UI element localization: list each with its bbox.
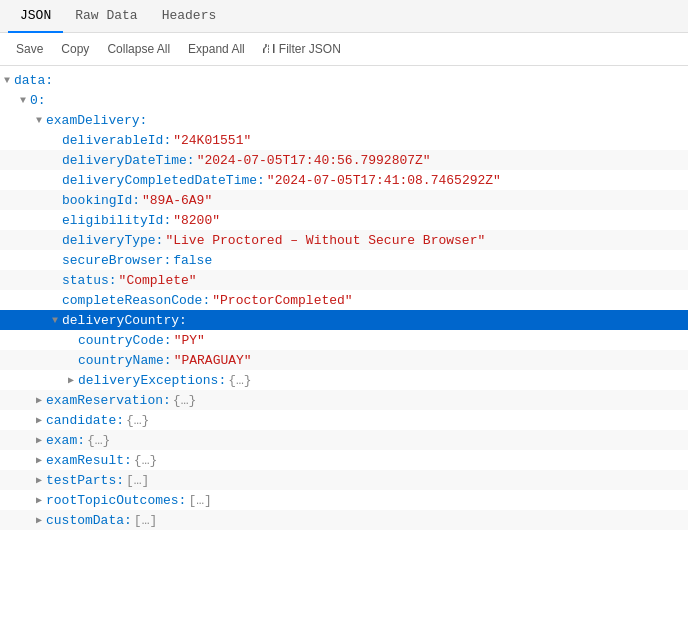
tree-key: secureBrowser: [62, 253, 171, 268]
tree-value: "Complete" [119, 273, 197, 288]
tree-row[interactable]: status: "Complete" [0, 270, 688, 290]
tree-key: bookingId: [62, 193, 140, 208]
tree-row[interactable]: deliveryType: "Live Proctored – Without … [0, 230, 688, 250]
tree-row[interactable]: ▶deliveryExceptions: {…} [0, 370, 688, 390]
tab-bar: JSON Raw Data Headers [0, 0, 688, 33]
save-button[interactable]: Save [8, 38, 51, 60]
tree-key: examResult: [46, 453, 132, 468]
tree-toggle[interactable]: ▼ [0, 75, 14, 86]
tree-toggle[interactable]: ▶ [32, 494, 46, 506]
tree-toggle[interactable]: ▶ [64, 374, 78, 386]
tree-row[interactable]: deliverableId: "24K01551" [0, 130, 688, 150]
tree-value: "8200" [173, 213, 220, 228]
tree-key: countryName: [78, 353, 172, 368]
tree-key: eligibilityId: [62, 213, 171, 228]
tree-value: "PARAGUAY" [174, 353, 252, 368]
tree-key: examReservation: [46, 393, 171, 408]
tree-key: examDelivery: [46, 113, 147, 128]
tree-row[interactable]: ▶rootTopicOutcomes: […] [0, 490, 688, 510]
tree-value: {…} [87, 433, 110, 448]
tree-value: "Live Proctored – Without Secure Browser… [165, 233, 485, 248]
tree-row[interactable]: ▶candidate: {…} [0, 410, 688, 430]
tree-key: exam: [46, 433, 85, 448]
tree-value: false [173, 253, 212, 268]
expand-all-button[interactable]: Expand All [180, 38, 253, 60]
tree-toggle[interactable]: ▼ [48, 315, 62, 326]
tree-value: {…} [126, 413, 149, 428]
tree-value: "PY" [174, 333, 205, 348]
tree-key: completeReasonCode: [62, 293, 210, 308]
tree-key: deliveryDateTime: [62, 153, 195, 168]
tree-key: rootTopicOutcomes: [46, 493, 186, 508]
tree-row[interactable]: ▼examDelivery: [0, 110, 688, 130]
tree-row[interactable]: completeReasonCode: "ProctorCompleted" [0, 290, 688, 310]
tree-toggle[interactable]: ▶ [32, 414, 46, 426]
tree-value: "ProctorCompleted" [212, 293, 352, 308]
copy-button[interactable]: Copy [53, 38, 97, 60]
tree-value: {…} [173, 393, 196, 408]
tree-row[interactable]: secureBrowser: false [0, 250, 688, 270]
tree-row[interactable]: bookingId: "89A-6A9" [0, 190, 688, 210]
tree-key: candidate: [46, 413, 124, 428]
tree-row[interactable]: deliveryDateTime: "2024-07-05T17:40:56.7… [0, 150, 688, 170]
tree-value: {…} [134, 453, 157, 468]
tree-row[interactable]: countryName: "PARAGUAY" [0, 350, 688, 370]
tree-key: data: [14, 73, 53, 88]
tree-key: deliveryExceptions: [78, 373, 226, 388]
tree-value: […] [188, 493, 211, 508]
tree-value: "24K01551" [173, 133, 251, 148]
tab-headers[interactable]: Headers [150, 0, 229, 33]
tree-toggle[interactable]: ▶ [32, 434, 46, 446]
tree-toggle[interactable]: ▶ [32, 454, 46, 466]
tree-value: {…} [228, 373, 251, 388]
collapse-all-button[interactable]: Collapse All [99, 38, 178, 60]
tree-value: […] [126, 473, 149, 488]
tree-key: deliveryCompletedDateTime: [62, 173, 265, 188]
tree-row[interactable]: eligibilityId: "8200" [0, 210, 688, 230]
filter-json-button[interactable]: ⛙ Filter JSON [255, 38, 349, 60]
tree-row[interactable]: ▶examResult: {…} [0, 450, 688, 470]
tab-raw-data[interactable]: Raw Data [63, 0, 149, 33]
tab-json[interactable]: JSON [8, 0, 63, 33]
filter-icon: ⛙ [263, 42, 275, 56]
tree-row[interactable]: ▼data: [0, 70, 688, 90]
filter-json-label: Filter JSON [279, 42, 341, 56]
tree-toggle[interactable]: ▼ [32, 115, 46, 126]
tree-key: testParts: [46, 473, 124, 488]
tree-row[interactable]: countryCode: "PY" [0, 330, 688, 350]
tree-toggle[interactable]: ▼ [16, 95, 30, 106]
tree-toggle[interactable]: ▶ [32, 514, 46, 526]
json-tree: ▼data:▼0:▼examDelivery:deliverableId: "2… [0, 66, 688, 622]
tree-key: countryCode: [78, 333, 172, 348]
tree-row[interactable]: deliveryCompletedDateTime: "2024-07-05T1… [0, 170, 688, 190]
toolbar: Save Copy Collapse All Expand All ⛙ Filt… [0, 33, 688, 66]
tree-value: […] [134, 513, 157, 528]
tree-row[interactable]: ▶exam: {…} [0, 430, 688, 450]
tree-row[interactable]: ▼0: [0, 90, 688, 110]
tree-row[interactable]: ▶examReservation: {…} [0, 390, 688, 410]
tree-key: deliveryCountry: [62, 313, 187, 328]
tree-row[interactable]: ▶customData: […] [0, 510, 688, 530]
tree-row[interactable]: ▼deliveryCountry: [0, 310, 688, 330]
tree-key: deliverableId: [62, 133, 171, 148]
tree-key: status: [62, 273, 117, 288]
tree-key: customData: [46, 513, 132, 528]
tree-value: "89A-6A9" [142, 193, 212, 208]
tree-toggle[interactable]: ▶ [32, 474, 46, 486]
tree-value: "2024-07-05T17:40:56.7992807Z" [197, 153, 431, 168]
tree-key: deliveryType: [62, 233, 163, 248]
tree-toggle[interactable]: ▶ [32, 394, 46, 406]
tree-value: "2024-07-05T17:41:08.7465292Z" [267, 173, 501, 188]
tree-key: 0: [30, 93, 46, 108]
tree-row[interactable]: ▶testParts: […] [0, 470, 688, 490]
